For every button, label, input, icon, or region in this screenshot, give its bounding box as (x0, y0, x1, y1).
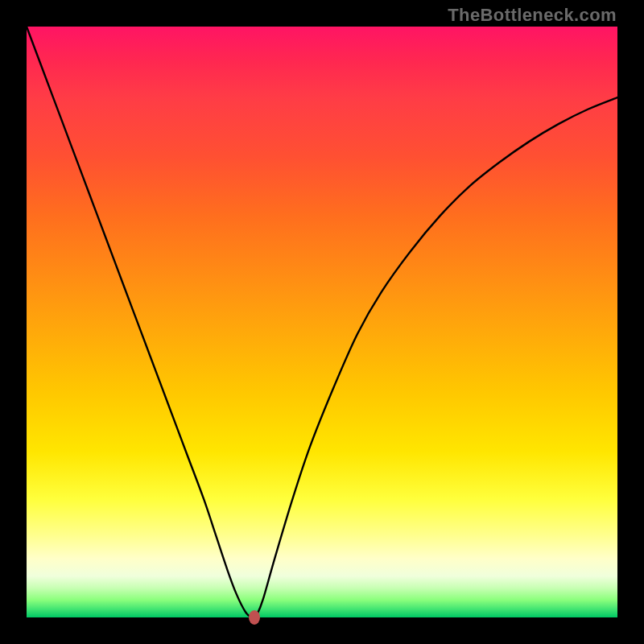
bottleneck-curve (27, 27, 617, 617)
minimum-marker (249, 610, 260, 625)
chart-frame: TheBottleneck.com (0, 0, 644, 644)
watermark-text: TheBottleneck.com (448, 5, 617, 26)
plot-area (27, 27, 617, 617)
